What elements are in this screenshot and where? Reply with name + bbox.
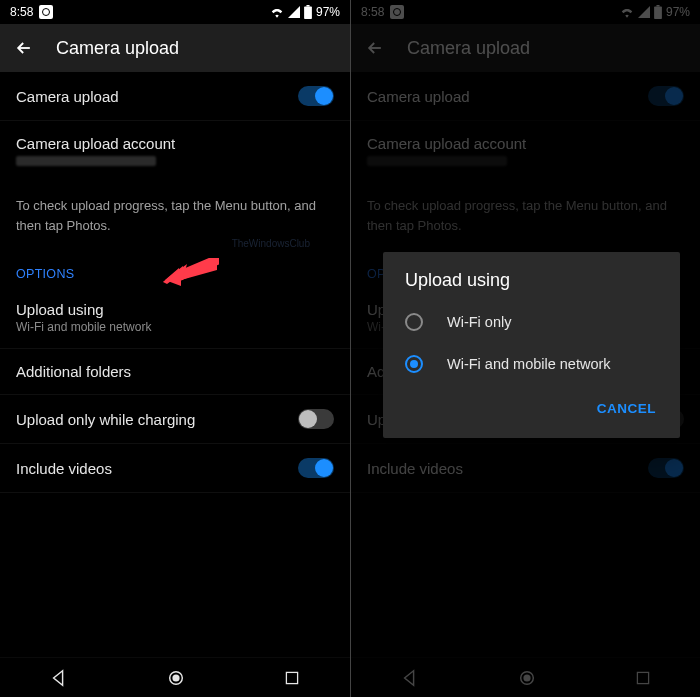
svg-rect-1 <box>306 5 309 7</box>
row-upload-using[interactable]: Upload using Wi-Fi and mobile network <box>0 287 350 349</box>
nav-home-icon[interactable] <box>167 669 185 687</box>
phone-screen-settings: 8:58 97% Camera upload Camera upload Cam… <box>0 0 350 697</box>
battery-percent: 97% <box>316 5 340 19</box>
svg-rect-6 <box>287 672 298 683</box>
nav-recents-icon[interactable] <box>284 670 300 686</box>
row-charging[interactable]: Upload only while charging <box>0 395 350 444</box>
account-value-redacted <box>16 156 156 166</box>
svg-point-5 <box>172 674 179 681</box>
svg-rect-0 <box>304 7 312 19</box>
option-wifi-label: Wi-Fi only <box>447 314 511 330</box>
camera-upload-label: Camera upload <box>16 88 298 105</box>
row-account[interactable]: Camera upload account <box>0 121 350 180</box>
notification-icon <box>39 5 53 19</box>
dialog-title: Upload using <box>383 252 680 301</box>
radio-selected-icon <box>405 355 423 373</box>
upload-using-label: Upload using <box>16 301 334 318</box>
additional-folders-label: Additional folders <box>16 363 334 380</box>
upload-using-dialog: Upload using Wi-Fi only Wi-Fi and mobile… <box>383 252 680 438</box>
upload-using-value: Wi-Fi and mobile network <box>16 320 334 334</box>
option-wifi-and-mobile[interactable]: Wi-Fi and mobile network <box>383 343 680 385</box>
phone-screen-dialog: 8:58 97% Camera upload Camera upload Cam… <box>350 0 700 697</box>
navigation-bar <box>0 657 350 697</box>
videos-toggle[interactable] <box>298 458 334 478</box>
account-label: Camera upload account <box>16 135 334 152</box>
section-options: OPTIONS <box>0 255 350 287</box>
app-bar: Camera upload <box>0 24 350 72</box>
watermark: TheWindowsClub <box>232 236 310 251</box>
row-additional-folders[interactable]: Additional folders <box>0 349 350 395</box>
radio-icon <box>405 313 423 331</box>
wifi-icon <box>270 6 284 18</box>
back-arrow-icon[interactable] <box>14 38 34 58</box>
page-title: Camera upload <box>56 38 179 59</box>
option-both-label: Wi-Fi and mobile network <box>447 356 611 372</box>
status-time: 8:58 <box>10 5 33 19</box>
upload-hint: To check upload progress, tap the Menu b… <box>0 180 350 255</box>
signal-icon <box>288 6 300 18</box>
row-include-videos[interactable]: Include videos <box>0 444 350 493</box>
cancel-button[interactable]: CANCEL <box>587 393 666 424</box>
charging-label: Upload only while charging <box>16 411 298 428</box>
settings-list: Camera upload Camera upload account To c… <box>0 72 350 657</box>
videos-label: Include videos <box>16 460 298 477</box>
option-wifi-only[interactable]: Wi-Fi only <box>383 301 680 343</box>
battery-icon <box>304 5 312 19</box>
status-bar: 8:58 97% <box>0 0 350 24</box>
charging-toggle[interactable] <box>298 409 334 429</box>
camera-upload-toggle[interactable] <box>298 86 334 106</box>
row-camera-upload[interactable]: Camera upload <box>0 72 350 121</box>
nav-back-icon[interactable] <box>50 669 68 687</box>
